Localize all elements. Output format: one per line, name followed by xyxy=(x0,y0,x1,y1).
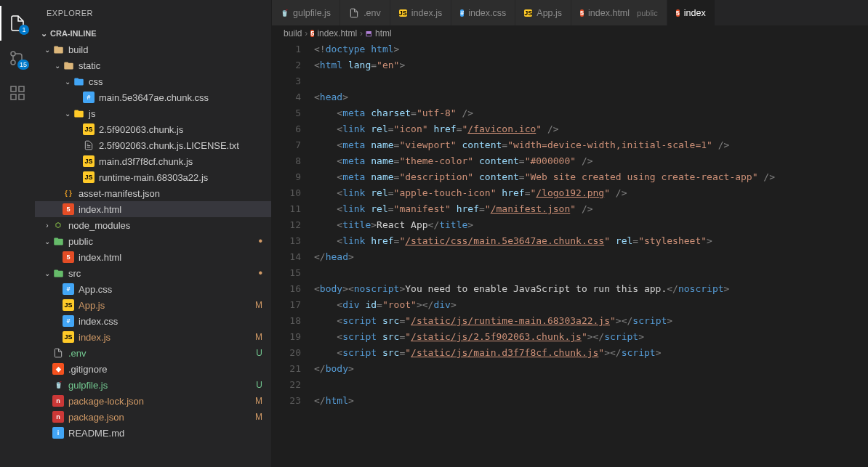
tree-folder[interactable]: ⌄css xyxy=(35,73,271,89)
tree-file[interactable]: JSApp.jsM xyxy=(35,297,271,313)
code-line[interactable]: <link rel="icon" href="/favicon.ico" /> xyxy=(314,121,868,137)
tree-label: main.d3f7f8cf.chunk.js xyxy=(99,156,193,167)
line-number: 3 xyxy=(272,73,301,89)
line-number: 2 xyxy=(272,57,301,73)
node-icon: ⬡ xyxy=(52,219,64,231)
code-line[interactable]: <meta name="viewport" content="width=dev… xyxy=(314,137,868,153)
tree-label: 2.5f902063.chunk.js.LICENSE.txt xyxy=(99,140,239,151)
editor-tab[interactable]: JSApp.js xyxy=(515,0,571,25)
tree-label: asset-manifest.json xyxy=(79,188,160,199)
code-line[interactable]: <script src="/static/js/runtime-main.683… xyxy=(314,313,868,329)
tree-folder[interactable]: ⌄src xyxy=(35,265,271,281)
tree-folder[interactable]: ›⬡node_modules xyxy=(35,217,271,233)
project-header[interactable]: ⌄ CRA-INLINE xyxy=(35,25,271,41)
svg-rect-6 xyxy=(19,94,24,100)
code-line[interactable] xyxy=(314,265,868,281)
tab-label: gulpfile.js xyxy=(293,8,331,18)
html-icon: 5 xyxy=(580,9,584,17)
tree-label: .gitignore xyxy=(68,364,107,375)
breadcrumb-item[interactable]: build xyxy=(284,28,302,38)
js-icon: JS xyxy=(399,9,407,17)
tree-folder[interactable]: ⌄public xyxy=(35,233,271,249)
tree-label: main.5e3647ae.chunk.css xyxy=(99,92,209,103)
gulp-icon: 🥤 xyxy=(281,9,289,17)
code-line[interactable]: <div id="root"></div> xyxy=(314,297,868,313)
breadcrumb-item[interactable]: html xyxy=(375,28,392,38)
git-status: U xyxy=(256,380,262,390)
editor-tab[interactable]: #index.css xyxy=(451,0,515,25)
git-status: U xyxy=(256,348,262,358)
folder-icon xyxy=(52,44,64,55)
svg-rect-5 xyxy=(11,94,16,100)
code-line[interactable]: <script src="/static/js/main.d3f7f8cf.ch… xyxy=(314,345,868,361)
tree-folder[interactable]: ⌄js xyxy=(35,105,271,121)
activity-bar: 1 15 xyxy=(0,0,35,467)
explorer-view-icon[interactable]: 1 xyxy=(0,6,35,41)
breadcrumbs[interactable]: build›5index.html›⬒html xyxy=(272,25,868,41)
code-line[interactable]: <meta name="theme-color" content="#00000… xyxy=(314,153,868,169)
tree-file[interactable]: #index.css xyxy=(35,313,271,329)
code-line[interactable]: <!doctype html> xyxy=(314,41,868,57)
code-line[interactable]: <meta name="description" content="Web si… xyxy=(314,169,868,185)
tree-file[interactable]: npackage.jsonM xyxy=(35,409,271,425)
code-line[interactable]: <head> xyxy=(314,89,868,105)
line-number: 10 xyxy=(272,185,301,201)
chevron-icon: ⌄ xyxy=(42,237,52,245)
folder-icon xyxy=(73,107,84,119)
tree-file[interactable]: ◆.gitignore xyxy=(35,361,271,377)
source-control-icon[interactable]: 15 xyxy=(0,41,35,76)
tab-label: App.js xyxy=(537,8,562,18)
html-icon: 5 xyxy=(63,203,74,215)
line-number: 13 xyxy=(272,233,301,249)
tree-file[interactable]: 5index.html xyxy=(35,201,271,217)
js-icon: JS xyxy=(83,123,95,135)
code-line[interactable]: <title>React App</title> xyxy=(314,217,868,233)
editor-tab[interactable]: .env xyxy=(340,0,390,25)
code-line[interactable]: <meta charset="utf-8" /> xyxy=(314,105,868,121)
file-tree[interactable]: ⌄build⌄static⌄css#main.5e3647ae.chunk.cs… xyxy=(35,41,271,467)
code-line[interactable]: <body><noscript>You need to enable JavaS… xyxy=(314,281,868,297)
extensions-icon[interactable] xyxy=(0,76,35,110)
line-number: 19 xyxy=(272,329,301,345)
tree-file[interactable]: 5index.html xyxy=(35,249,271,265)
tree-file[interactable]: JS2.5f902063.chunk.js xyxy=(35,121,271,137)
code-line[interactable]: <link rel="manifest" href="/manifest.jso… xyxy=(314,201,868,217)
tree-label: index.html xyxy=(79,252,121,263)
code-line[interactable]: </head> xyxy=(314,249,868,265)
breadcrumb-item[interactable]: index.html xyxy=(317,28,357,38)
tree-file[interactable]: JSruntime-main.68303a22.js xyxy=(35,169,271,185)
code-editor[interactable]: 1234567891011121314151617181920212223 <!… xyxy=(272,41,868,467)
tree-file[interactable]: JSindex.jsM xyxy=(35,329,271,345)
editor-area: 🥤gulpfile.js.envJSindex.js#index.cssJSAp… xyxy=(272,0,868,467)
code-line[interactable] xyxy=(314,377,868,393)
code-line[interactable]: <script src="/static/js/2.5f902063.chunk… xyxy=(314,329,868,345)
css-icon: # xyxy=(63,283,74,295)
tree-file[interactable]: .envU xyxy=(35,345,271,361)
tree-folder[interactable]: ⌄static xyxy=(35,57,271,73)
editor-tab[interactable]: 5index.htmlpublic xyxy=(571,0,667,25)
code-line[interactable]: <link rel="apple-touch-icon" href="/logo… xyxy=(314,185,868,201)
tree-label: .env xyxy=(68,348,87,359)
code-line[interactable]: </body> xyxy=(314,361,868,377)
tree-label: index.css xyxy=(79,316,118,327)
tree-file[interactable]: { }asset-manifest.json xyxy=(35,185,271,201)
tree-file[interactable]: iREADME.md xyxy=(35,425,271,441)
line-number: 4 xyxy=(272,89,301,105)
html-icon: 5 xyxy=(63,251,74,263)
code-line[interactable]: <link href="/static/css/main.5e3647ae.ch… xyxy=(314,233,868,249)
tree-file[interactable]: 2.5f902063.chunk.js.LICENSE.txt xyxy=(35,137,271,153)
code-line[interactable]: <html lang="en"> xyxy=(314,57,868,73)
tree-file[interactable]: #main.5e3647ae.chunk.css xyxy=(35,89,271,105)
code-content[interactable]: <!doctype html><html lang="en"> <head> <… xyxy=(314,41,868,467)
tree-folder[interactable]: ⌄build xyxy=(35,41,271,57)
editor-tab[interactable]: 🥤gulpfile.js xyxy=(272,0,340,25)
tree-file[interactable]: npackage-lock.jsonM xyxy=(35,393,271,409)
editor-tab[interactable]: 5index xyxy=(667,0,715,25)
git-icon: ◆ xyxy=(52,363,64,375)
editor-tab[interactable]: JSindex.js xyxy=(390,0,451,25)
code-line[interactable]: </html> xyxy=(314,393,868,409)
tree-file[interactable]: 🥤gulpfile.jsU xyxy=(35,377,271,393)
tree-file[interactable]: JSmain.d3f7f8cf.chunk.js xyxy=(35,153,271,169)
code-line[interactable] xyxy=(314,73,868,89)
tree-file[interactable]: #App.css xyxy=(35,281,271,297)
